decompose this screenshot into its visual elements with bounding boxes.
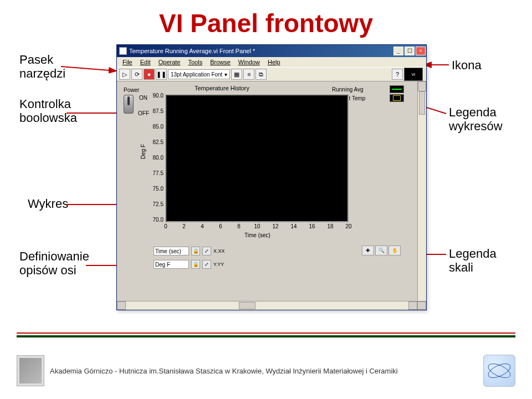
label-plot-legend: Legendawykresów [449, 105, 503, 134]
close-button[interactable]: × [416, 47, 426, 55]
legend-swatch-1[interactable] [390, 94, 404, 102]
distribute-button[interactable]: ≡ [243, 69, 254, 80]
menu-browse[interactable]: Browse [207, 59, 234, 65]
vi-icon[interactable]: VI [404, 68, 423, 81]
labview-window: Temperature Running Average.vi Front Pan… [116, 44, 427, 310]
cursor-tool-icon[interactable]: ✚ [362, 245, 374, 255]
x-autoscale-icon[interactable]: ⤢ [202, 247, 211, 255]
menu-edit[interactable]: Edit [137, 59, 154, 65]
legend-swatch-0[interactable] [390, 85, 404, 93]
chart-plot-area[interactable] [166, 95, 349, 222]
x-scale-row: 🔒 ⤢ X.XX [154, 245, 225, 257]
x-lock-icon[interactable]: 🔒 [191, 247, 200, 255]
label-chart: Wykres [28, 197, 68, 211]
x-axis-label: Time (sec) [244, 232, 270, 238]
zoom-tool-icon[interactable]: 🔍 [375, 245, 387, 255]
label-axis-def: Definiowanieopisów osi [19, 249, 89, 278]
y-scale-name[interactable] [154, 260, 189, 269]
y-autoscale-icon[interactable]: ⤢ [202, 260, 211, 269]
pause-button[interactable]: ❚❚ [156, 69, 167, 80]
abort-button[interactable]: ● [144, 69, 155, 80]
scroll-right-icon[interactable] [408, 301, 417, 310]
scroll-left-icon[interactable] [117, 301, 126, 310]
divider-rules [17, 332, 515, 337]
front-panel: Power ON OFF Temperature History Running… [117, 81, 426, 310]
power-label: Power [124, 87, 139, 93]
reorder-button[interactable]: ⧉ [255, 69, 267, 80]
legend-label-0: Running Avg [332, 86, 364, 93]
window-titlebar[interactable]: Temperature Running Average.vi Front Pan… [117, 45, 426, 57]
y-lock-icon[interactable]: 🔒 [191, 260, 200, 269]
footer: Akademia Górniczo - Hutnicza im.Stanisła… [17, 355, 515, 387]
toolbar: ▷ ⟳ ● ❚❚ 13pt Application Font▾ ▦ ≡ ⧉ ? … [117, 67, 426, 81]
label-scale-legend: Legendaskali [449, 247, 497, 275]
chart-title: Temperature History [195, 85, 249, 91]
menu-help[interactable]: Help [264, 59, 284, 65]
atom-logo-icon [483, 355, 515, 387]
resize-grip[interactable] [417, 301, 426, 310]
menu-file[interactable]: File [119, 59, 136, 65]
vertical-scrollbar[interactable] [417, 81, 426, 301]
y-axis: 90.0 87.5 85.0 82.5 80.0 77.5 75.0 72.5 … [149, 93, 165, 224]
y-axis-label: Deg F [140, 144, 146, 159]
horizontal-scrollbar[interactable] [117, 301, 426, 310]
help-button[interactable]: ? [392, 69, 403, 80]
footer-text: Akademia Górniczo - Hutnicza im.Stanisła… [50, 367, 483, 375]
h-scroll-thumb[interactable] [239, 302, 255, 309]
pan-tool-icon[interactable]: ✋ [388, 245, 401, 255]
power-switch[interactable] [124, 95, 134, 114]
menu-operate[interactable]: Operate [155, 59, 184, 65]
align-button[interactable]: ▦ [231, 69, 242, 80]
menu-tools[interactable]: Tools [185, 59, 206, 65]
run-button[interactable]: ▷ [119, 69, 130, 80]
run-continuous-button[interactable]: ⟳ [131, 69, 142, 80]
window-title-text: Temperature Running Average.vi Front Pan… [129, 48, 255, 54]
menu-window[interactable]: Window [235, 59, 263, 65]
y-scale-row: 🔒 ⤢ Y.YY [154, 259, 224, 270]
svg-line-0 [61, 66, 116, 71]
university-crest-icon [17, 355, 44, 386]
maximize-button[interactable]: ☐ [405, 47, 415, 55]
graph-palette: ✚ 🔍 ✋ [362, 245, 401, 255]
x-scale-name[interactable] [154, 247, 189, 255]
off-label: OFF [138, 110, 149, 116]
font-selector[interactable]: 13pt Application Font▾ [168, 69, 230, 79]
label-toolbar: Paseknarzędzi [19, 53, 65, 81]
on-label: ON [139, 95, 147, 101]
app-icon [119, 47, 127, 55]
x-format: X.XX [213, 248, 225, 254]
label-bool-control: Kontrolkaboolowska [19, 97, 77, 125]
x-axis: 0 2 4 6 8 10 12 14 16 18 20 [166, 223, 349, 231]
minimize-button[interactable]: _ [393, 47, 403, 55]
y-format: Y.YY [213, 262, 224, 267]
slide-title: VI Panel frontowy [159, 8, 373, 38]
menu-bar[interactable]: File Edit Operate Tools Browse Window He… [117, 57, 426, 67]
label-icon: Ikona [452, 58, 482, 72]
